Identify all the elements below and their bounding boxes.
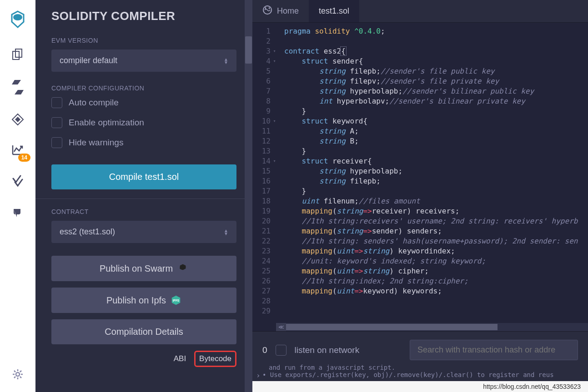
chevron-updown-icon: ▲▼	[224, 229, 228, 235]
line-gutter: 1234567891011121314151617181920212223242…	[252, 23, 276, 331]
analysis-icon[interactable]: 14	[11, 144, 24, 158]
logo-icon[interactable]	[9, 9, 27, 32]
publish-ipfs-button[interactable]: Publish on Ipfs IPFS	[51, 288, 236, 313]
compiler-config-label: COMPILER CONFIGURATION	[51, 84, 236, 92]
plugin-icon[interactable]	[11, 204, 25, 220]
code-content[interactable]: pragma solidity ^0.4.0; contract ess2{ s…	[276, 23, 588, 331]
listen-label: listen on network	[295, 345, 360, 355]
listen-count: 0	[262, 345, 267, 355]
compiler-panel: SOLIDITY COMPILER EVM VERSION compiler d…	[35, 0, 252, 392]
deploy-icon[interactable]	[11, 113, 24, 128]
chevron-updown-icon: ▲▼	[224, 58, 228, 64]
editor-area: Home test1.sol 1234567891011121314151617…	[252, 0, 588, 392]
hide-warnings-checkbox[interactable]: Hide warnings	[51, 137, 236, 148]
ipfs-icon: IPFS	[171, 295, 181, 306]
svg-text:IPFS: IPFS	[173, 299, 180, 302]
panel-title: SOLIDITY COMPILER	[51, 9, 236, 23]
compilation-details-button[interactable]: Compilation Details	[51, 319, 236, 344]
status-bar: https://blog.csdn.net/qq_43533623	[252, 381, 588, 392]
listen-checkbox[interactable]	[276, 345, 286, 356]
publish-swarm-label: Publish on Swarm	[100, 263, 173, 274]
contract-label: CONTRACT	[51, 208, 236, 215]
abi-link[interactable]: ABI	[170, 352, 190, 366]
checkbox-icon	[51, 97, 62, 108]
tab-home-label: Home	[277, 6, 299, 16]
auto-compile-checkbox[interactable]: Auto compile	[51, 97, 236, 108]
analysis-badge: 14	[18, 154, 30, 162]
contract-value: ess2 (test1.sol)	[60, 227, 115, 237]
enable-optimization-label: Enable optimization	[69, 118, 144, 128]
evm-version-label: EVM VERSION	[51, 37, 236, 44]
terminal-bar: 0 listen on network	[252, 331, 588, 364]
tab-home[interactable]: Home	[252, 0, 309, 22]
tab-file-label: test1.sol	[319, 6, 349, 16]
scroll-left-icon[interactable]: ≪	[276, 323, 286, 331]
editor-tabs: Home test1.sol	[252, 0, 588, 23]
editor-hscrollbar[interactable]: ≪	[276, 323, 588, 331]
evm-version-value: compiler default	[60, 56, 117, 65]
bytecode-link[interactable]: Bytecode	[194, 351, 236, 367]
panel-divider	[35, 198, 252, 199]
contract-select[interactable]: ess2 (test1.sol) ▲▼	[51, 221, 236, 243]
enable-optimization-checkbox[interactable]: Enable optimization	[51, 117, 236, 128]
hide-warnings-label: Hide warnings	[69, 138, 123, 148]
publish-swarm-button[interactable]: Publish on Swarm	[51, 256, 236, 281]
code-editor[interactable]: 1234567891011121314151617181920212223242…	[252, 23, 588, 331]
hscroll-thumb[interactable]	[286, 324, 498, 330]
auto-compile-label: Auto compile	[69, 98, 119, 108]
tab-file[interactable]: test1.sol	[309, 0, 359, 22]
publish-ipfs-label: Publish on Ipfs	[106, 295, 166, 306]
files-icon[interactable]	[11, 48, 25, 63]
console-line: Use exports/.register(key, obj)/.remove(…	[262, 371, 578, 378]
panel-scrollbar[interactable]	[245, 0, 252, 392]
checkbox-icon	[51, 117, 62, 128]
settings-icon[interactable]	[11, 367, 25, 383]
home-icon	[262, 5, 272, 17]
compile-button[interactable]: Compile test1.sol	[51, 164, 236, 189]
svg-point-0	[13, 14, 22, 20]
scrollbar-thumb[interactable]	[245, 36, 252, 64]
test-icon[interactable]	[11, 174, 24, 189]
evm-version-select[interactable]: compiler default ▲▼	[51, 50, 236, 72]
console-output: and run from a javascript script. Use ex…	[252, 364, 588, 381]
icon-sidebar: 14	[0, 0, 35, 392]
svg-point-3	[16, 372, 20, 376]
expand-console-icon[interactable]: ›	[256, 371, 261, 380]
console-line: and run from a javascript script.	[262, 364, 578, 371]
tx-search-input[interactable]	[410, 340, 578, 360]
solidity-icon[interactable]	[12, 79, 24, 97]
checkbox-icon	[51, 137, 62, 148]
swarm-icon	[177, 263, 188, 274]
